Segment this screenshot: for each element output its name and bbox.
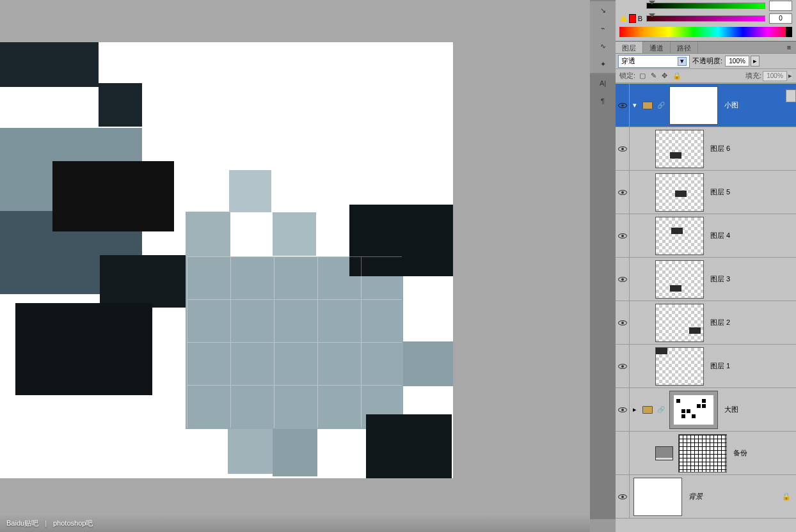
- visibility-toggle[interactable]: [616, 258, 630, 301]
- layer-thumb[interactable]: [655, 347, 704, 386]
- visibility-toggle[interactable]: [616, 127, 630, 170]
- layer-thumb[interactable]: [655, 217, 704, 255]
- tool-pointer-icon[interactable]: ↘: [590, 1, 616, 19]
- folder-icon: [642, 406, 653, 414]
- layer-name[interactable]: 图层 5: [706, 187, 730, 197]
- blend-opacity-row: 穿透 ▾ 不透明度: ▸: [616, 54, 796, 69]
- layer-thumb[interactable]: [655, 260, 704, 299]
- tab-channels[interactable]: 通道: [643, 42, 671, 53]
- color-swatch[interactable]: [629, 14, 636, 23]
- layer-thumb[interactable]: [655, 304, 704, 342]
- hue-strip[interactable]: [619, 27, 792, 37]
- lock-paint-icon[interactable]: ✎: [651, 72, 657, 80]
- tool-stamp-icon[interactable]: ✦: [590, 55, 616, 73]
- eye-icon: [618, 103, 627, 108]
- watermark-sep: |: [45, 519, 47, 527]
- fill-input: [763, 71, 787, 81]
- tool-strip: ↘ ⌁ ∿ ✦ A| ¶: [590, 0, 616, 532]
- layer-row[interactable]: 图层 1: [616, 345, 796, 388]
- visibility-toggle[interactable]: [616, 345, 630, 387]
- visibility-toggle[interactable]: [616, 171, 630, 214]
- fill-flyout-icon: ▸: [788, 72, 792, 80]
- opacity-flyout-icon[interactable]: ▸: [751, 56, 760, 66]
- eye-icon: [618, 364, 627, 369]
- blend-mode-value: 穿透: [621, 56, 635, 66]
- layer-list[interactable]: ▾🔗小图图层 6图层 5图层 4图层 3图层 2图层 1▸🔗大图备份背景🔒: [616, 83, 796, 532]
- opacity-label: 不透明度:: [692, 56, 722, 66]
- scrollbar[interactable]: [786, 90, 796, 102]
- visibility-toggle[interactable]: [616, 301, 630, 344]
- layer-name[interactable]: 图层 1: [706, 361, 730, 371]
- layer-row[interactable]: 备份: [616, 432, 796, 475]
- tool-db-icon[interactable]: ⌁: [590, 19, 616, 37]
- tool-paragraph-icon[interactable]: ¶: [590, 92, 616, 110]
- eye-icon: [618, 277, 627, 282]
- gamut-warning-icon[interactable]: [619, 15, 627, 22]
- layer-row[interactable]: 图层 6: [616, 127, 796, 171]
- watermark-board: photoshop吧: [53, 519, 93, 528]
- eye-icon: [618, 494, 627, 499]
- channel-b-label: B: [638, 15, 642, 22]
- tab-layers[interactable]: 图层: [616, 42, 643, 53]
- eye-icon: [618, 190, 627, 195]
- lock-row: 锁定: ▢ ✎ ✥ 🔒 填充: ▸: [616, 69, 796, 83]
- layer-name[interactable]: 图层 6: [706, 144, 730, 153]
- tab-paths[interactable]: 路径: [671, 42, 698, 53]
- layer-name[interactable]: 大图: [720, 405, 738, 414]
- slider-g[interactable]: [646, 3, 765, 9]
- folder-icon: [642, 102, 653, 109]
- eye-icon: [618, 146, 627, 152]
- mask-thumb[interactable]: [678, 434, 727, 473]
- fill-label: 填充:: [745, 71, 761, 81]
- layer-thumb[interactable]: [669, 86, 718, 125]
- value-g[interactable]: [769, 1, 792, 11]
- link-icon: 🔗: [657, 406, 665, 413]
- panel-menu-icon[interactable]: ≡: [782, 42, 796, 53]
- layer-name[interactable]: 背景: [685, 492, 703, 501]
- visibility-toggle[interactable]: [616, 84, 630, 127]
- visibility-toggle[interactable]: [616, 475, 630, 518]
- layer-row[interactable]: ▸🔗大图: [616, 388, 796, 432]
- slider-b[interactable]: [646, 15, 765, 22]
- watermark-bar: Baidu贴吧 | photoshop吧: [0, 514, 590, 532]
- eye-icon: [618, 233, 627, 239]
- color-picker: B 0: [616, 0, 796, 41]
- visibility-toggle[interactable]: [616, 432, 630, 474]
- opacity-input[interactable]: [725, 56, 749, 66]
- layer-thumb[interactable]: [655, 173, 704, 212]
- lock-transparency-icon[interactable]: ▢: [639, 72, 646, 80]
- lock-label: 锁定:: [619, 71, 635, 81]
- visibility-toggle[interactable]: [616, 214, 630, 257]
- visibility-toggle[interactable]: [616, 388, 630, 431]
- lock-all-icon[interactable]: 🔒: [673, 72, 681, 80]
- layer-name[interactable]: 图层 2: [706, 318, 730, 327]
- tool-typea-icon[interactable]: A|: [590, 74, 616, 92]
- layer-name[interactable]: 备份: [729, 448, 747, 458]
- eye-icon: [618, 407, 627, 412]
- tile: [0, 42, 99, 87]
- right-panel: B 0 图层 通道 路径 ≡ 穿透 ▾ 不透明度: ▸ 锁定: ▢ ✎ ✥: [616, 0, 796, 532]
- layer-thumb[interactable]: [669, 391, 718, 429]
- layer-row[interactable]: 图层 3: [616, 258, 796, 301]
- group-toggle[interactable]: ▾: [630, 101, 640, 109]
- canvas-area[interactable]: Baidu贴吧 | photoshop吧: [0, 0, 590, 532]
- layer-row[interactable]: 图层 5: [616, 171, 796, 214]
- link-icon: 🔗: [657, 102, 665, 109]
- artboard[interactable]: [0, 42, 453, 478]
- layer-thumb[interactable]: [655, 130, 704, 168]
- group-toggle[interactable]: ▸: [630, 405, 640, 414]
- layer-row[interactable]: 图层 2: [616, 301, 796, 345]
- eye-icon: [618, 320, 627, 325]
- layer-thumb[interactable]: [655, 446, 673, 460]
- layer-name[interactable]: 图层 3: [706, 274, 730, 284]
- value-b[interactable]: 0: [769, 13, 792, 24]
- layer-row[interactable]: ▾🔗小图: [616, 84, 796, 127]
- layer-name[interactable]: 小图: [720, 100, 738, 110]
- layer-row[interactable]: 图层 4: [616, 214, 796, 258]
- tool-curve-icon[interactable]: ∿: [590, 37, 616, 55]
- lock-move-icon[interactable]: ✥: [662, 72, 667, 80]
- layer-name[interactable]: 图层 4: [706, 231, 730, 240]
- blend-mode-select[interactable]: 穿透 ▾: [618, 55, 690, 68]
- layer-thumb[interactable]: [633, 478, 682, 516]
- layer-row[interactable]: 背景🔒: [616, 475, 796, 519]
